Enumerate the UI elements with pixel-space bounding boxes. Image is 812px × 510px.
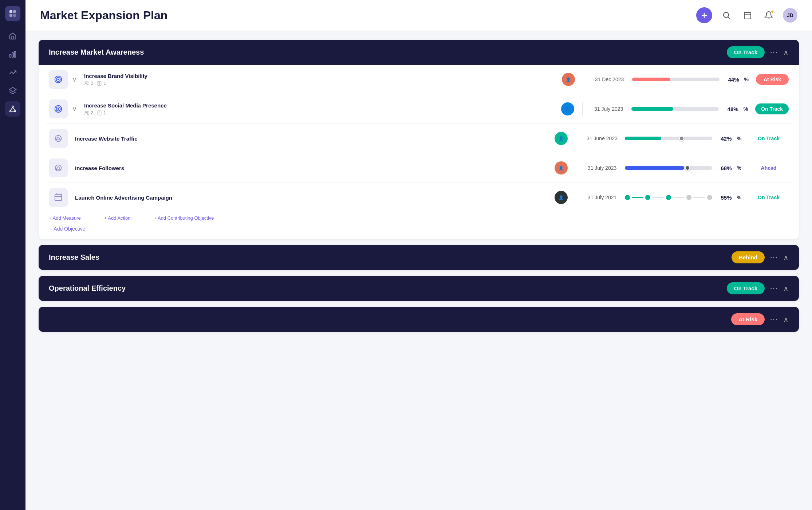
kr-brand-visibility-date: 31 Dec 2023 [591, 76, 628, 82]
svg-point-31 [58, 108, 59, 110]
kr-brand-visibility-bar [632, 78, 720, 81]
kr-advertising-avatar: 👤 [555, 191, 568, 204]
main-panel: Market Expansion Plan [25, 0, 812, 510]
kr-website-traffic-bar [625, 137, 712, 140]
group-efficiency-header[interactable]: Operational Efficiency On Track ⋯ ∧ [39, 276, 799, 301]
group-market-awareness-menu[interactable]: ⋯ [770, 48, 778, 57]
svg-rect-2 [9, 14, 12, 17]
group-market-awareness-status: On Track [727, 46, 765, 58]
kr-social-media-expand[interactable]: ∨ [72, 105, 77, 113]
kr-brand-visibility-status: At Risk [756, 74, 789, 85]
kr-website-traffic-status: On Track [749, 136, 789, 141]
dot-4 [686, 195, 691, 200]
kr-followers-bar [625, 166, 712, 170]
add-contributing-link[interactable]: + Add Contributing Objective [154, 215, 214, 221]
calendar-button[interactable] [741, 8, 754, 22]
kr-followers-status: Ahead [749, 165, 789, 171]
svg-line-15 [728, 17, 730, 19]
kr-brand-visibility-divider [583, 73, 583, 86]
kr-brand-visibility-progress [632, 78, 720, 81]
group-at-risk-header[interactable]: At Risk ⋯ ∧ [39, 307, 799, 332]
svg-rect-1 [13, 10, 16, 13]
svg-line-12 [13, 107, 15, 110]
kr-advertising-info: Launch Online Advertising Campaign [72, 195, 550, 201]
kr-social-media-info: Increase Social Media Presence 2 1 [84, 102, 557, 115]
kr-brand-visibility-avatar: 👤 [562, 73, 575, 86]
sidebar-item-layers[interactable] [5, 83, 20, 98]
kr-social-media-people: 2 [84, 110, 93, 115]
add-measure-link[interactable]: + Add Measure [49, 215, 81, 221]
group-sales-header[interactable]: Increase Sales Behind ⋯ ∧ [39, 245, 799, 270]
svg-point-10 [15, 111, 16, 112]
kr-social-media-progress [631, 107, 719, 111]
svg-point-9 [10, 111, 11, 112]
kr-followers-fill [625, 166, 684, 170]
user-avatar[interactable]: JD [783, 8, 797, 23]
sidebar-item-nodes[interactable] [5, 101, 20, 117]
search-button[interactable] [720, 8, 733, 22]
add-measure-sep [85, 218, 100, 218]
group-at-risk-collapse[interactable]: ∧ [783, 315, 789, 324]
kr-website-traffic-row: Increase Website Traffic 👤 31 June 2023 … [46, 124, 792, 153]
kr-advertising-percent: 55% [717, 195, 732, 201]
kr-website-traffic-name: Increase Website Traffic [75, 136, 550, 142]
kr-brand-visibility-docs: 1 [97, 81, 106, 86]
kr-website-traffic-icon-area [49, 129, 68, 148]
kr-social-media-date: 31 July 2023 [591, 106, 627, 112]
add-action-link[interactable]: + Add Action [104, 215, 131, 221]
kr-website-traffic-progress [625, 137, 712, 140]
kr-followers-marker [685, 165, 690, 170]
kr-website-traffic-divider [576, 132, 576, 145]
sidebar-item-chart[interactable] [5, 47, 20, 62]
group-sales-collapse[interactable]: ∧ [783, 253, 789, 262]
group-market-awareness: Increase Market Awareness On Track ⋯ ∧ [39, 40, 799, 239]
svg-rect-4 [10, 54, 11, 57]
kr-followers-percent: 68% [717, 165, 732, 171]
group-market-awareness-header[interactable]: Increase Market Awareness On Track ⋯ ∧ [39, 40, 799, 65]
kr-brand-visibility-icon-area [49, 70, 68, 89]
kr-social-media-bar [631, 107, 719, 111]
sidebar [0, 0, 25, 510]
page-title: Market Expansion Plan [40, 9, 167, 22]
kr-advertising-icon-area [49, 188, 68, 207]
add-objective-link[interactable]: + Add Objective [46, 222, 89, 233]
group-sales-controls: Behind ⋯ ∧ [732, 251, 789, 263]
kr-website-traffic-info: Increase Website Traffic [72, 136, 550, 142]
kr-brand-visibility-percent: 44% [724, 76, 739, 83]
group-market-awareness-collapse[interactable]: ∧ [783, 48, 789, 57]
svg-point-23 [85, 81, 87, 83]
kr-social-media-avatar: 👤 [561, 102, 574, 115]
kr-brand-visibility-row: ∨ Increase Brand Visibility 2 1 [46, 65, 792, 94]
kr-followers-divider [576, 161, 576, 174]
notification-badge [770, 10, 774, 13]
kr-brand-visibility-fill [632, 78, 671, 81]
kr-brand-visibility-expand[interactable]: ∨ [72, 75, 77, 83]
group-at-risk-menu[interactable]: ⋯ [770, 315, 778, 324]
group-sales-menu[interactable]: ⋯ [770, 253, 778, 262]
group-market-awareness-controls: On Track ⋯ ∧ [727, 46, 789, 58]
svg-point-33 [87, 111, 88, 113]
kr-website-traffic-marker [679, 136, 684, 141]
notification-button[interactable] [762, 8, 776, 22]
app-logo[interactable] [5, 6, 20, 21]
kr-advertising-divider [576, 191, 576, 204]
group-efficiency-collapse[interactable]: ∧ [783, 284, 789, 293]
kr-social-media-divider [582, 102, 583, 115]
svg-point-38 [55, 136, 62, 142]
add-button[interactable] [696, 7, 712, 23]
svg-rect-42 [55, 195, 62, 201]
dot-1 [625, 195, 630, 200]
kr-social-media-docs: 1 [97, 110, 106, 115]
group-at-risk: At Risk ⋯ ∧ [39, 307, 799, 332]
svg-point-22 [58, 79, 59, 81]
kr-brand-visibility-name: Increase Brand Visibility [84, 73, 557, 79]
kr-social-media-percent: 48% [723, 106, 738, 112]
sidebar-item-trend[interactable] [5, 65, 20, 80]
sidebar-item-home[interactable] [5, 28, 20, 44]
group-efficiency-menu[interactable]: ⋯ [770, 284, 778, 293]
add-action-sep [135, 218, 149, 218]
svg-rect-5 [12, 52, 13, 57]
group-sales: Increase Sales Behind ⋯ ∧ [39, 245, 799, 270]
kr-social-media-icon-area [49, 99, 68, 118]
svg-rect-3 [13, 14, 16, 17]
